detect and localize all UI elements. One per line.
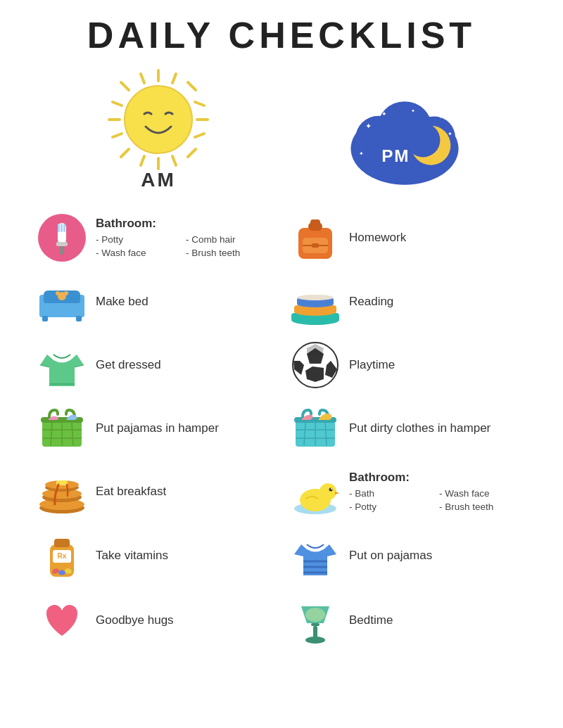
columns-header: AM ✦ ✦ ✦ ✦ ✦ ✦ ✦ PM bbox=[21, 63, 542, 191]
list-item: Get dressed bbox=[28, 333, 282, 397]
svg-line-10 bbox=[113, 134, 122, 137]
duck-icon bbox=[291, 468, 339, 516]
goodbye-hugs-text: Goodbye hugs bbox=[90, 612, 276, 629]
moon-icon: ✦ ✦ ✦ ✦ ✦ ✦ ✦ PM bbox=[345, 93, 464, 191]
svg-point-106 bbox=[305, 637, 325, 644]
svg-line-8 bbox=[113, 102, 122, 106]
books-icon bbox=[290, 279, 341, 325]
reading-text: Reading bbox=[343, 293, 529, 310]
svg-rect-33 bbox=[56, 242, 68, 246]
soccer-icon bbox=[291, 341, 339, 389]
am-label: AM bbox=[141, 169, 176, 191]
list-item: Homework bbox=[282, 205, 535, 270]
am-header: AM bbox=[88, 63, 229, 191]
pajamas-hamper-text: Put pajamas in hamper bbox=[90, 420, 276, 437]
bathroom-pm-icon-area bbox=[287, 468, 343, 516]
svg-point-48 bbox=[56, 291, 60, 295]
goodbye-hugs-icon-area bbox=[34, 599, 90, 641]
list-item: Bathroom: - Bath - Wash face - Potty - B… bbox=[282, 460, 535, 523]
svg-rect-46 bbox=[39, 303, 84, 317]
svg-line-5 bbox=[188, 82, 196, 90]
svg-rect-51 bbox=[76, 316, 82, 321]
svg-line-11 bbox=[195, 134, 204, 137]
svg-rect-35 bbox=[58, 224, 60, 232]
svg-point-93 bbox=[331, 488, 332, 490]
list-item: Bathroom: - Potty - Comb hair - Wash fac… bbox=[28, 205, 282, 270]
svg-point-91 bbox=[320, 483, 336, 500]
reading-icon-area bbox=[287, 279, 343, 325]
eat-breakfast-text: Eat breakfast bbox=[90, 483, 276, 500]
dirty-hamper-icon-area bbox=[287, 404, 343, 452]
pm-header: ✦ ✦ ✦ ✦ ✦ ✦ ✦ PM bbox=[334, 93, 475, 191]
lamp-icon bbox=[294, 595, 336, 646]
bedtime-icon-area bbox=[287, 595, 343, 646]
sun-icon bbox=[102, 63, 215, 176]
get-dressed-text: Get dressed bbox=[90, 357, 276, 373]
green-hamper-icon bbox=[38, 404, 86, 452]
vitamins-icon: Rx bbox=[40, 532, 84, 580]
list-item: Put on pajamas bbox=[282, 523, 535, 588]
shirt-icon bbox=[37, 340, 87, 390]
list-item: Bedtime bbox=[282, 588, 535, 653]
homework-icon-area bbox=[287, 212, 343, 263]
bathroom-am-icon-area bbox=[34, 212, 90, 263]
svg-text:✦: ✦ bbox=[359, 150, 364, 157]
vitamins-icon-area: Rx bbox=[34, 532, 90, 580]
svg-text:✦: ✦ bbox=[381, 110, 387, 117]
svg-point-16 bbox=[125, 86, 192, 153]
svg-rect-104 bbox=[311, 623, 320, 626]
svg-line-4 bbox=[121, 82, 129, 90]
svg-rect-34 bbox=[60, 246, 64, 255]
svg-line-7 bbox=[188, 149, 196, 157]
dirty-hamper-text: Put dirty clothes in hamper bbox=[343, 420, 529, 437]
list-item: Make bed bbox=[28, 270, 282, 333]
pancakes-icon bbox=[37, 469, 87, 515]
svg-point-99 bbox=[58, 570, 65, 575]
breakfast-icon-area bbox=[34, 469, 90, 515]
svg-line-14 bbox=[141, 156, 144, 165]
bathroom-pm-text: Bathroom: - Bath - Wash face - Potty - B… bbox=[343, 469, 529, 514]
bathroom-am-text: Bathroom: - Potty - Comb hair - Wash fac… bbox=[90, 215, 276, 260]
put-on-pajamas-text: Put on pajamas bbox=[343, 547, 529, 564]
list-item: Playtime bbox=[282, 333, 535, 397]
svg-line-12 bbox=[141, 74, 144, 83]
svg-text:PM: PM bbox=[381, 146, 410, 165]
list-item: Reading bbox=[282, 270, 535, 333]
bed-icon bbox=[37, 281, 87, 323]
svg-rect-43 bbox=[312, 243, 319, 248]
svg-rect-37 bbox=[63, 224, 65, 232]
svg-rect-50 bbox=[42, 316, 48, 321]
svg-point-58 bbox=[297, 295, 334, 300]
make-bed-text: Make bed bbox=[90, 293, 276, 310]
svg-line-13 bbox=[172, 74, 176, 83]
svg-text:✦: ✦ bbox=[411, 108, 415, 114]
clothes-icon-area bbox=[34, 340, 90, 390]
svg-line-6 bbox=[121, 149, 129, 157]
list-item: Goodbye hugs bbox=[28, 588, 282, 653]
page-title: DAILY CHECKLIST bbox=[21, 14, 542, 56]
vitamins-text: Take vitamins bbox=[90, 547, 276, 564]
bed-icon-area bbox=[34, 281, 90, 323]
pajamas-shirt-icon bbox=[291, 530, 339, 581]
homework-text: Homework bbox=[343, 229, 529, 246]
list-item: Put dirty clothes in hamper bbox=[282, 397, 535, 460]
svg-line-9 bbox=[195, 102, 204, 106]
list-item: Rx Take vitamins bbox=[28, 523, 282, 588]
svg-text:✦: ✦ bbox=[365, 122, 372, 130]
svg-rect-95 bbox=[54, 539, 70, 547]
bedtime-text: Bedtime bbox=[343, 612, 529, 629]
svg-text:Rx: Rx bbox=[58, 552, 67, 560]
teal-hamper-icon bbox=[291, 404, 339, 452]
list-item: Put pajamas in hamper bbox=[28, 397, 282, 460]
svg-rect-42 bbox=[310, 219, 320, 225]
playtime-text: Playtime bbox=[343, 357, 529, 373]
svg-point-107 bbox=[305, 608, 325, 622]
playtime-icon-area bbox=[287, 341, 343, 389]
pajamas-hamper-icon-area bbox=[34, 404, 90, 452]
heart-icon bbox=[41, 599, 83, 641]
svg-point-92 bbox=[329, 488, 333, 492]
list-item: Eat breakfast bbox=[28, 460, 282, 523]
svg-text:✦: ✦ bbox=[438, 113, 443, 120]
pajamas-icon-area bbox=[287, 530, 343, 581]
toothbrush-icon bbox=[37, 212, 87, 263]
